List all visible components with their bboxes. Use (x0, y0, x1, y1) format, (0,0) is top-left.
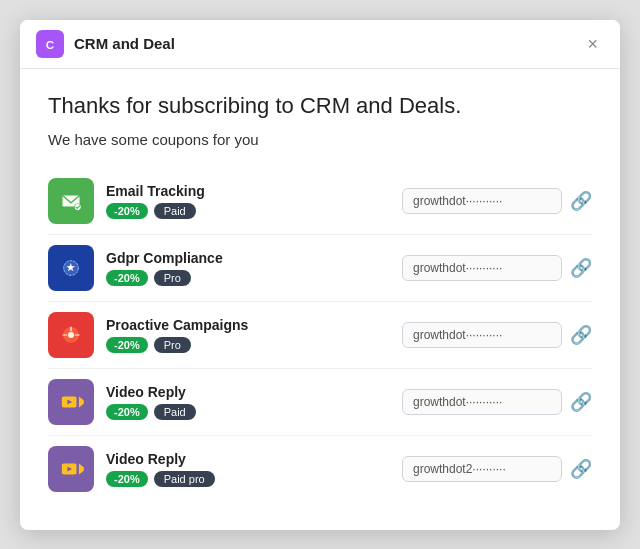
video-reply-icon (48, 446, 94, 492)
plan-badge: Pro (154, 337, 191, 353)
email-tracking-icon (48, 178, 94, 224)
coupon-list: Email Tracking -20% Paid growthdot······… (48, 168, 592, 502)
coupon-name: Gdpr Compliance (106, 250, 390, 266)
plan-badge: Paid (154, 404, 196, 420)
coupon-code-input[interactable]: growthdot··········· (402, 322, 562, 348)
plan-badge: Pro (154, 270, 191, 286)
copy-link-icon[interactable]: 🔗 (570, 458, 592, 480)
coupon-badges: -20% Pro (106, 270, 390, 286)
coupon-code-area: growthdot··········· 🔗 (402, 389, 592, 415)
coupon-badges: -20% Paid pro (106, 471, 390, 487)
coupon-name: Video Reply (106, 384, 390, 400)
coupon-row: Video Reply -20% Paid growthdot·········… (48, 369, 592, 436)
modal-heading: Thanks for subscribing to CRM and Deals. (48, 93, 592, 119)
coupon-row: Video Reply -20% Paid pro growthdot2····… (48, 436, 592, 502)
gdpr-compliance-icon: ★ (48, 245, 94, 291)
copy-link-icon[interactable]: 🔗 (570, 324, 592, 346)
svg-point-13 (68, 331, 74, 337)
discount-badge: -20% (106, 270, 148, 286)
coupon-name: Video Reply (106, 451, 390, 467)
app-logo-icon: C (36, 30, 64, 58)
modal-title: CRM and Deal (74, 35, 581, 52)
plan-badge: Paid (154, 203, 196, 219)
coupon-info: Gdpr Compliance -20% Pro (106, 250, 390, 286)
coupon-code-area: growthdot··········· 🔗 (402, 322, 592, 348)
copy-link-icon[interactable]: 🔗 (570, 190, 592, 212)
coupon-info: Email Tracking -20% Paid (106, 183, 390, 219)
discount-badge: -20% (106, 404, 148, 420)
coupon-name: Email Tracking (106, 183, 390, 199)
discount-badge: -20% (106, 337, 148, 353)
crm-deal-modal: C CRM and Deal × Thanks for subscribing … (20, 20, 620, 530)
coupon-row: Proactive Campaigns -20% Pro growthdot··… (48, 302, 592, 369)
coupon-info: Proactive Campaigns -20% Pro (106, 317, 390, 353)
coupon-code-area: growthdot2·········· 🔗 (402, 456, 592, 482)
coupon-info: Video Reply -20% Paid (106, 384, 390, 420)
coupon-row: Email Tracking -20% Paid growthdot······… (48, 168, 592, 235)
coupon-badges: -20% Pro (106, 337, 390, 353)
coupon-code-input[interactable]: growthdot2·········· (402, 456, 562, 482)
modal-body: Thanks for subscribing to CRM and Deals.… (20, 69, 620, 530)
close-button[interactable]: × (581, 33, 604, 55)
svg-text:C: C (46, 37, 55, 50)
coupon-code-area: growthdot··········· 🔗 (402, 255, 592, 281)
modal-header: C CRM and Deal × (20, 20, 620, 69)
coupon-badges: -20% Paid (106, 203, 390, 219)
coupon-badges: -20% Paid (106, 404, 390, 420)
copy-link-icon[interactable]: 🔗 (570, 391, 592, 413)
copy-link-icon[interactable]: 🔗 (570, 257, 592, 279)
svg-text:★: ★ (67, 262, 77, 273)
coupon-code-input[interactable]: growthdot··········· (402, 255, 562, 281)
video-reply-icon (48, 379, 94, 425)
plan-badge: Paid pro (154, 471, 215, 487)
modal-subheading: We have some coupons for you (48, 131, 592, 148)
coupon-name: Proactive Campaigns (106, 317, 390, 333)
coupon-row: ★ Gdpr Compliance -20% Pro growthdot····… (48, 235, 592, 302)
coupon-code-input[interactable]: growthdot··········· (402, 188, 562, 214)
coupon-info: Video Reply -20% Paid pro (106, 451, 390, 487)
coupon-code-area: growthdot··········· 🔗 (402, 188, 592, 214)
proactive-campaigns-icon (48, 312, 94, 358)
coupon-code-input[interactable]: growthdot··········· (402, 389, 562, 415)
discount-badge: -20% (106, 203, 148, 219)
discount-badge: -20% (106, 471, 148, 487)
